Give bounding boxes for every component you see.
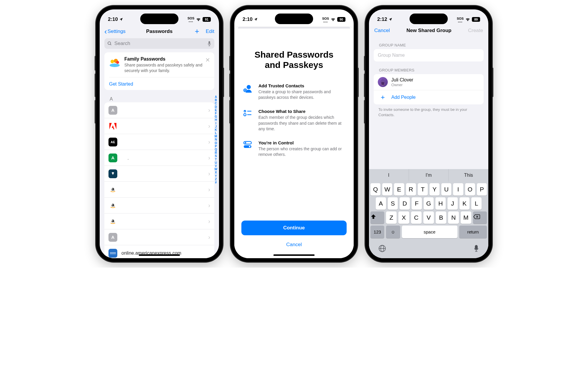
get-started-button[interactable]: Get Started (104, 77, 214, 90)
add-people-button[interactable]: + Add People (374, 90, 484, 104)
amazon-icon: a (108, 201, 117, 210)
feature-desc: Each member of the group decides which p… (258, 115, 345, 132)
key-s[interactable]: S (388, 197, 398, 210)
contacts-icon (243, 83, 253, 101)
location-icon (119, 17, 123, 21)
add-people-label: Add People (391, 95, 416, 100)
key-q[interactable]: Q (370, 183, 380, 196)
group-name-field[interactable] (378, 53, 480, 58)
back-button[interactable]: ‹Settings (104, 29, 126, 34)
svg-text:a: a (111, 218, 114, 223)
home-indicator[interactable] (139, 254, 180, 256)
svg-point-26 (249, 146, 250, 147)
key-f[interactable]: F (412, 197, 422, 210)
close-icon[interactable]: ✕ (205, 56, 210, 64)
suggestion[interactable]: This (449, 169, 488, 181)
dictation-icon[interactable] (474, 245, 479, 252)
list-item[interactable]: AE› (104, 134, 214, 150)
adobe-icon (108, 122, 117, 131)
suggestion[interactable]: I (369, 169, 409, 181)
svg-point-14 (247, 85, 251, 89)
suggestion[interactable]: I'm (409, 169, 449, 181)
key-l[interactable]: L (471, 197, 482, 210)
phone-new-group: 2:12 SOS•••• 89 Cancel New Shared Group … (365, 6, 492, 262)
space-key[interactable]: space (402, 226, 457, 238)
key-x[interactable]: X (398, 211, 409, 224)
chevron-right-icon: › (208, 123, 210, 129)
battery-indicator: 91 (203, 17, 211, 22)
hint-text: To invite someone to the group, they mus… (369, 104, 488, 120)
key-o[interactable]: O (465, 183, 475, 196)
key-u[interactable]: U (441, 183, 451, 196)
svg-line-1 (110, 44, 111, 45)
key-y[interactable]: Y (430, 183, 440, 196)
keyboard: I I'm This QWERTYUIOP ASDFGHJKL ZXCVBNM … (369, 169, 488, 258)
list-item[interactable]: › (104, 166, 214, 182)
numbers-key[interactable]: 123 (370, 226, 384, 238)
checklist-icon (243, 109, 253, 132)
list-item[interactable]: › (104, 118, 214, 134)
key-c[interactable]: C (411, 211, 422, 224)
search-input[interactable]: Search (104, 38, 214, 49)
home-indicator[interactable] (273, 254, 315, 256)
key-a[interactable]: A (376, 197, 386, 210)
status-time: 2:12 (377, 16, 387, 22)
key-t[interactable]: T (418, 183, 428, 196)
key-j[interactable]: J (447, 197, 458, 210)
key-h[interactable]: H (435, 197, 446, 210)
key-r[interactable]: R (406, 183, 416, 196)
list-item[interactable]: a› (104, 213, 214, 229)
group-members-label: GROUP MEMBERS (369, 61, 488, 74)
globe-icon[interactable] (378, 245, 386, 252)
shift-key[interactable] (370, 211, 384, 224)
edit-button[interactable]: Edit (206, 29, 214, 34)
feature-title: Add Trusted Contacts (258, 83, 345, 88)
group-name-input[interactable] (374, 49, 484, 61)
key-e[interactable]: E (394, 183, 404, 196)
alpha-index[interactable]: ABCDEFGHIJKLMNOPQRSTUVWXYZ# (215, 95, 217, 184)
continue-button[interactable]: Continue (241, 221, 347, 235)
key-d[interactable]: D (400, 197, 410, 210)
key-p[interactable]: P (477, 183, 487, 196)
chevron-right-icon: › (208, 107, 210, 114)
list-item[interactable]: A.› (104, 150, 214, 166)
key-i[interactable]: I (453, 183, 463, 196)
key-v[interactable]: V (423, 211, 434, 224)
svg-text:a: a (111, 202, 114, 208)
app-icon: AE (108, 138, 117, 146)
create-button[interactable]: Create (468, 28, 483, 34)
list-item[interactable]: online.americanexpress.com (104, 245, 214, 258)
dynamic-island (140, 14, 178, 24)
chevron-right-icon: › (208, 202, 210, 209)
list-item[interactable]: A› (104, 102, 214, 118)
list-item[interactable]: A› (104, 229, 214, 245)
section-header: A (100, 95, 219, 102)
card-title: Family Passwords (124, 56, 210, 62)
sos-indicator: SOS•••• (322, 16, 329, 23)
member-row[interactable]: Juli CloverOwner (374, 74, 484, 90)
list-item[interactable]: a› (104, 182, 214, 198)
backspace-key[interactable] (473, 211, 487, 224)
key-z[interactable]: Z (386, 211, 397, 224)
wifi-icon (330, 17, 336, 21)
toggle-icon (243, 140, 253, 158)
back-label: Settings (108, 29, 126, 34)
return-key[interactable]: return (459, 226, 487, 238)
key-m[interactable]: M (461, 211, 471, 224)
key-w[interactable]: W (382, 183, 392, 196)
emoji-key[interactable]: ☺ (386, 226, 400, 238)
key-b[interactable]: B (436, 211, 446, 224)
key-g[interactable]: G (424, 197, 434, 210)
family-passwords-card: Family Passwords Share passwords and pas… (104, 52, 214, 90)
sos-indicator: SOS•••• (457, 16, 464, 23)
add-button[interactable]: + (195, 27, 199, 36)
dynamic-island (275, 14, 313, 24)
list-item[interactable]: a› (104, 198, 214, 213)
alaska-icon (108, 169, 117, 178)
cancel-button[interactable]: Cancel (374, 28, 390, 34)
mic-icon[interactable] (207, 41, 211, 46)
key-k[interactable]: K (460, 197, 470, 210)
cancel-button[interactable]: Cancel (241, 239, 347, 250)
sos-indicator: SOS•••• (188, 16, 194, 23)
key-n[interactable]: N (448, 211, 459, 224)
